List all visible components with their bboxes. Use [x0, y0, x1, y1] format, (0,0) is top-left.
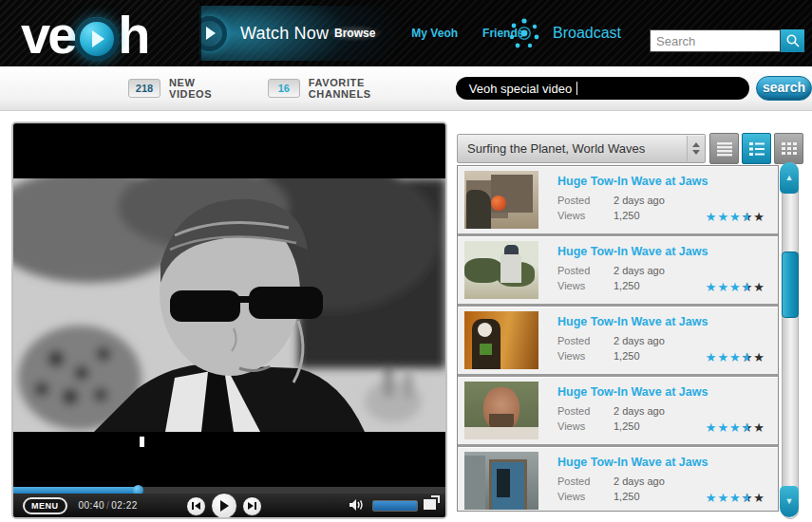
view-toggle-grid[interactable]: [774, 133, 803, 164]
views-label: Views: [557, 280, 585, 291]
video-scene: [13, 178, 445, 432]
star-icon[interactable]: ★: [717, 491, 729, 505]
list-item[interactable]: Huge Tow-In Wave at Jaws Posted 2 days a…: [458, 447, 778, 512]
play-button[interactable]: [211, 493, 237, 519]
star-icon[interactable]: ★: [753, 210, 765, 224]
star-icon[interactable]: ★: [706, 210, 718, 224]
star-icon[interactable]: ★: [729, 350, 742, 364]
header-search-button[interactable]: [781, 29, 804, 52]
star-icon[interactable]: ★: [753, 491, 765, 505]
list-item[interactable]: Huge Tow-In Wave at Jaws Posted 2 days a…: [458, 307, 778, 377]
header-search-input[interactable]: [650, 29, 781, 52]
volume-icon[interactable]: [349, 498, 366, 515]
search-button[interactable]: search: [756, 76, 812, 101]
star-icon[interactable]: ★: [717, 350, 729, 364]
video-thumbnail[interactable]: [464, 311, 538, 369]
progress-bar[interactable]: [13, 487, 445, 494]
speaker-glyph: [349, 498, 366, 512]
posted-label: Posted: [557, 195, 590, 206]
new-videos-count-badge[interactable]: 218: [128, 79, 161, 98]
spinner-down-icon[interactable]: [692, 150, 700, 155]
views-value: 1,250: [614, 420, 640, 432]
menu-button[interactable]: MENU: [23, 497, 67, 514]
posted-label: Posted: [557, 265, 590, 276]
star-rating[interactable]: ★★★★★★: [706, 419, 765, 436]
broadcast-label: Broadcast: [553, 25, 621, 42]
veoh-logo[interactable]: ve h: [21, 4, 148, 65]
transport-controls: [186, 494, 262, 517]
posted-value: 2 days ago: [614, 405, 665, 417]
scroll-down-button[interactable]: ▼: [780, 486, 799, 517]
favorite-channels-count-badge[interactable]: 16: [268, 79, 300, 98]
broadcast-starburst-icon: [505, 14, 543, 52]
star-icon[interactable]: ★: [717, 420, 729, 435]
star-icon[interactable]: ★: [706, 350, 718, 364]
view-toggle-list[interactable]: [742, 133, 771, 164]
star-rating[interactable]: ★★★★★★: [706, 278, 765, 295]
spinner-up-icon[interactable]: [692, 142, 700, 147]
next-button[interactable]: [242, 496, 262, 516]
new-videos-label[interactable]: NEW VIDEOS: [169, 77, 232, 100]
posted-label: Posted: [557, 335, 590, 346]
previous-icon: [191, 501, 201, 511]
video-title-link[interactable]: Huge Tow-In Wave at Jaws: [557, 245, 708, 258]
star-icon[interactable]: ★: [706, 420, 718, 435]
posted-value: 2 days ago: [614, 475, 665, 487]
video-thumbnail[interactable]: [464, 241, 538, 299]
star-icon[interactable]: ★: [729, 280, 742, 294]
playlist-selector[interactable]: Surfing the Planet, World Waves: [457, 134, 706, 163]
video-search-input[interactable]: Veoh special video: [456, 77, 749, 100]
star-icon[interactable]: ★: [753, 350, 765, 364]
nav-item-my-veoh[interactable]: My Veoh: [411, 27, 458, 40]
favorite-channels-label[interactable]: FAVORITE CHANNELS: [309, 77, 414, 100]
video-title-link[interactable]: Huge Tow-In Wave at Jaws: [557, 456, 708, 469]
star-icon[interactable]: ★★: [742, 491, 754, 505]
logo-text-h: h: [118, 4, 147, 65]
video-title-link[interactable]: Huge Tow-In Wave at Jaws: [557, 175, 708, 188]
star-icon[interactable]: ★: [729, 491, 742, 505]
fullscreen-icon[interactable]: [424, 499, 436, 510]
star-rating[interactable]: ★★★★★★: [706, 489, 765, 506]
arrow-up-icon: ▲: [785, 174, 794, 182]
veoh-page: Watch Now Browse My Veoh Friends Broadca…: [0, 0, 812, 522]
broadcast-button[interactable]: Broadcast: [505, 0, 621, 66]
video-frame[interactable]: [13, 178, 445, 432]
list-item[interactable]: Huge Tow-In Wave at Jaws Posted 2 days a…: [458, 377, 778, 447]
video-title-link[interactable]: Huge Tow-In Wave at Jaws: [557, 315, 708, 328]
scrollbar-track[interactable]: [782, 162, 799, 519]
video-title-link[interactable]: Huge Tow-In Wave at Jaws: [557, 385, 708, 399]
star-icon[interactable]: ★★: [742, 280, 754, 294]
star-icon[interactable]: ★: [706, 491, 718, 505]
star-icon[interactable]: ★★: [742, 420, 754, 435]
star-icon[interactable]: ★: [753, 280, 765, 294]
nav-item-browse[interactable]: Browse: [323, 23, 387, 44]
star-icon[interactable]: ★★: [742, 210, 754, 224]
playlist-title: Surfing the Planet, World Waves: [467, 141, 687, 156]
view-toggles: [709, 133, 803, 164]
star-icon[interactable]: ★: [753, 420, 765, 435]
next-icon: [247, 501, 257, 511]
video-thumbnail[interactable]: [464, 382, 538, 439]
star-icon[interactable]: ★: [706, 280, 718, 294]
star-icon[interactable]: ★: [729, 420, 742, 435]
video-marker: [140, 437, 144, 447]
star-icon[interactable]: ★: [729, 210, 742, 224]
scroll-up-button[interactable]: ▲: [780, 162, 799, 194]
video-thumbnail[interactable]: [464, 171, 538, 229]
grid-view-icon: [781, 141, 798, 157]
view-toggle-lines[interactable]: [709, 133, 739, 164]
star-rating[interactable]: ★★★★★★: [706, 208, 765, 225]
list-item[interactable]: Huge Tow-In Wave at Jaws Posted 2 days a…: [458, 166, 778, 236]
star-rating[interactable]: ★★★★★★: [706, 348, 765, 365]
playlist-spinner[interactable]: [687, 136, 705, 161]
list-item[interactable]: Huge Tow-In Wave at Jaws Posted 2 days a…: [458, 236, 778, 307]
video-thumbnail[interactable]: [464, 452, 538, 510]
volume-slider[interactable]: [372, 500, 418, 512]
star-icon[interactable]: ★: [717, 210, 729, 224]
logo-tab: ve h: [0, 0, 199, 75]
star-icon[interactable]: ★: [717, 280, 729, 294]
star-icon[interactable]: ★★: [742, 350, 754, 364]
previous-button[interactable]: [186, 496, 206, 516]
scrollbar-thumb[interactable]: [782, 252, 799, 318]
views-label: Views: [557, 491, 585, 502]
